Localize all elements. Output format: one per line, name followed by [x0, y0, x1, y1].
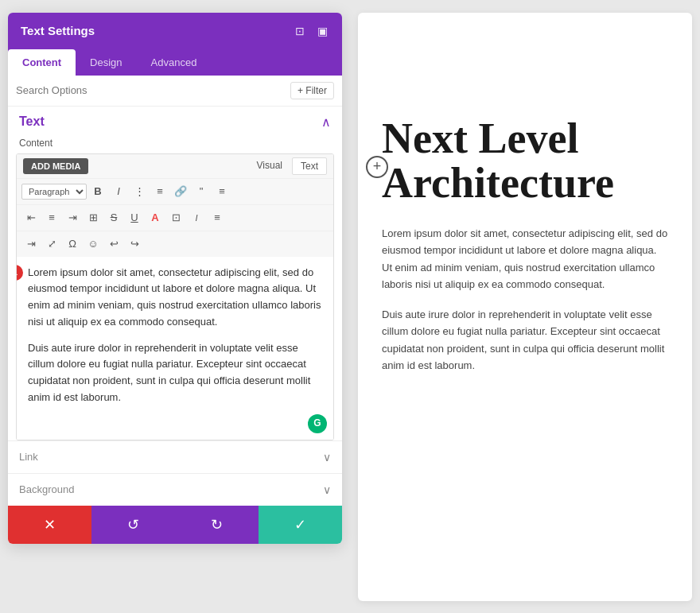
panel-header: Text Settings ⊡ ▣ [8, 13, 342, 49]
link-section[interactable]: Link ∨ [8, 440, 342, 473]
link-chevron-icon: ∨ [323, 451, 331, 464]
editor-content[interactable]: 1 Lorem ipsum dolor sit amet, consectetu… [17, 257, 333, 440]
preview-heading: Next Level Architecture [382, 116, 668, 206]
align-center-button[interactable]: ≡ [42, 208, 61, 227]
indent-button[interactable]: ⇥ [21, 235, 41, 254]
view-tab-visual[interactable]: Visual [249, 157, 290, 175]
align-right-button[interactable]: ⇥ [63, 208, 82, 227]
undo-action-button[interactable]: ↺ [91, 506, 175, 544]
panel-header-icons: ⊡ ▣ [293, 24, 329, 38]
grammarly-button[interactable]: G [308, 414, 327, 433]
paragraph-select[interactable]: Paragraph [21, 184, 87, 200]
search-input[interactable] [16, 84, 284, 96]
tab-design[interactable]: Design [76, 49, 136, 76]
toolbar-row-1: Paragraph B I ⋮ ≡ 🔗 " ≡ [17, 179, 333, 205]
cancel-button[interactable]: ✕ [8, 506, 91, 544]
main-container: + Text Settings ⊡ ▣ Content Design Advan… [8, 13, 692, 601]
editor-top-bar: ADD MEDIA Visual Text [17, 154, 333, 179]
preview-body-2: Duis aute irure dolor in reprehenderit i… [382, 306, 668, 374]
bottom-bar: ✕ ↺ ↻ ✓ [8, 506, 342, 544]
underline-button[interactable]: U [125, 208, 144, 227]
settings-icon[interactable]: ▣ [315, 24, 329, 38]
special-char-button[interactable]: Ω [63, 235, 82, 254]
add-row-right-button[interactable]: + [366, 156, 388, 178]
link-label: Link [19, 451, 38, 463]
align-button[interactable]: ≡ [212, 182, 231, 201]
panel-title: Text Settings [21, 24, 95, 37]
expand-icon[interactable]: ⊡ [293, 24, 307, 38]
text-section-header: Text ∧ [8, 107, 342, 134]
strikethrough-button[interactable]: S [104, 208, 123, 227]
table-button[interactable]: ⊞ [84, 208, 103, 227]
align-left-button[interactable]: ⇤ [21, 208, 41, 227]
add-media-button[interactable]: ADD MEDIA [23, 158, 88, 174]
editor-paragraph-1: Lorem ipsum dolor sit amet, consectetur … [28, 265, 322, 331]
filter-button[interactable]: + Filter [290, 82, 334, 99]
italic-button[interactable]: I [109, 182, 128, 201]
editor-toolbar: ADD MEDIA Visual Text Paragraph B I ⋮ ≡ … [16, 153, 334, 440]
content-label: Content [8, 134, 342, 153]
view-tab-text[interactable]: Text [292, 157, 327, 175]
ol-button[interactable]: ≡ [150, 182, 169, 201]
tab-advanced[interactable]: Advanced [137, 49, 212, 76]
paste-button[interactable]: ⊡ [166, 208, 185, 227]
undo-button[interactable]: ↩ [104, 235, 123, 254]
align3-button[interactable]: ≡ [208, 208, 227, 227]
text-settings-panel: Text Settings ⊡ ▣ Content Design Advance… [8, 13, 342, 544]
ul-button[interactable]: ⋮ [130, 182, 149, 201]
background-chevron-icon: ∨ [323, 483, 331, 496]
view-tabs: Visual Text [249, 157, 327, 175]
bold-button[interactable]: B [88, 182, 107, 201]
collapse-icon[interactable]: ∧ [321, 114, 331, 130]
save-button[interactable]: ✓ [259, 506, 342, 544]
toolbar-row-3: ⇥ ⤢ Ω ☺ ↩ ↪ [17, 231, 333, 257]
section-title: Text [19, 114, 45, 129]
blockquote-button[interactable]: " [192, 182, 211, 201]
emoji-button[interactable]: ☺ [84, 235, 103, 254]
background-section[interactable]: Background ∨ [8, 473, 342, 506]
fullscreen-button[interactable]: ⤢ [42, 235, 61, 254]
tab-content[interactable]: Content [8, 49, 76, 76]
redo-action-button[interactable]: ↻ [175, 506, 259, 544]
italic2-button[interactable]: I [187, 208, 206, 227]
right-preview-panel: + Next Level Architecture Lorem ipsum do… [358, 13, 692, 601]
redo-button[interactable]: ↪ [125, 235, 144, 254]
panel-body: Text ∧ Content ADD MEDIA Visual Text [8, 107, 342, 506]
editor-paragraph-2: Duis aute irure dolor in reprehenderit i… [28, 340, 322, 406]
color-button[interactable]: A [146, 208, 165, 227]
link-button[interactable]: 🔗 [171, 182, 190, 201]
search-row: + Filter [8, 76, 342, 107]
tabs-row: Content Design Advanced [8, 49, 342, 76]
toolbar-row-2: ⇤ ≡ ⇥ ⊞ S U A ⊡ I ≡ [17, 205, 333, 231]
preview-body-1: Lorem ipsum dolor sit amet, consectetur … [382, 225, 668, 293]
error-badge: 1 [16, 265, 23, 281]
background-label: Background [19, 483, 74, 495]
